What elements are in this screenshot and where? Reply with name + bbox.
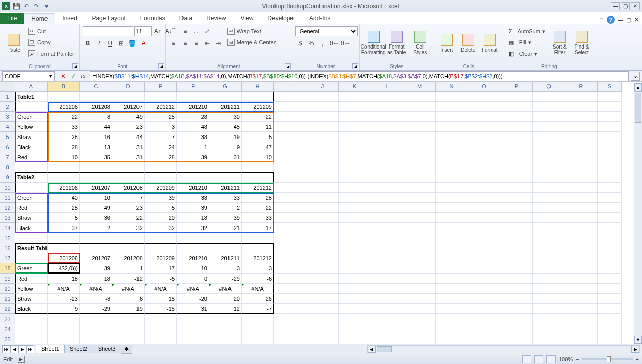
cell-R23[interactable] <box>565 314 598 324</box>
cell-B10[interactable]: 201206 <box>48 183 80 193</box>
font-launcher[interactable]: ◢ <box>158 63 164 69</box>
cell-F3[interactable]: 28 <box>177 112 209 122</box>
cell-P24[interactable] <box>500 324 533 334</box>
cell-D13[interactable]: 22 <box>112 213 145 223</box>
cell-B21[interactable]: -23 <box>48 294 80 304</box>
cell-J15[interactable] <box>306 233 339 243</box>
cell-D12[interactable]: 23 <box>112 203 145 213</box>
cell-H11[interactable]: 28 <box>242 193 274 203</box>
cell-M1[interactable] <box>403 92 436 102</box>
cell-S2[interactable] <box>598 102 622 112</box>
cell-S13[interactable] <box>598 213 622 223</box>
qat-customize-icon[interactable]: ▾ <box>42 2 51 10</box>
cell-A17[interactable] <box>15 253 48 263</box>
cell-O7[interactable] <box>468 152 500 162</box>
cell-C11[interactable]: 10 <box>80 193 112 203</box>
number-launcher[interactable]: ◢ <box>352 63 358 69</box>
cell-D6[interactable]: 31 <box>112 142 145 152</box>
cell-H9[interactable] <box>242 172 274 183</box>
cell-D3[interactable]: 49 <box>112 112 145 122</box>
cell-N25[interactable] <box>436 334 468 344</box>
cell-F5[interactable]: 38 <box>177 132 209 142</box>
cell-S7[interactable] <box>598 152 622 162</box>
cell-G4[interactable]: 45 <box>209 122 242 132</box>
cell-C6[interactable]: 13 <box>80 142 112 152</box>
enter-formula-button[interactable]: ✓ <box>69 72 78 81</box>
insert-cells-button[interactable]: Insert <box>437 26 456 60</box>
merge-center-button[interactable]: ⊟Merge & Center <box>225 37 278 48</box>
cell-G14[interactable]: 21 <box>209 223 242 233</box>
cell-L1[interactable] <box>371 92 403 102</box>
cell-G1[interactable] <box>209 92 242 102</box>
cell-J17[interactable] <box>306 253 339 263</box>
cell-G16[interactable] <box>209 243 242 253</box>
cell-F6[interactable]: 1 <box>177 142 209 152</box>
cell-O22[interactable] <box>468 304 500 314</box>
comma-icon[interactable]: , <box>317 38 328 49</box>
cell-R12[interactable] <box>565 203 598 213</box>
scroll-right-button[interactable]: ▶ <box>631 346 639 353</box>
cell-B8[interactable] <box>48 162 80 172</box>
cell-H20[interactable]: #N/A <box>242 284 274 294</box>
cell-L13[interactable] <box>371 213 403 223</box>
col-header-B[interactable]: B <box>48 82 80 92</box>
cell-A13[interactable]: Straw <box>15 213 48 223</box>
cell-L5[interactable] <box>371 132 403 142</box>
cell-L10[interactable] <box>371 183 403 193</box>
cell-A21[interactable]: Straw <box>15 294 48 304</box>
cell-L25[interactable] <box>371 334 403 344</box>
cell-R6[interactable] <box>565 142 598 152</box>
cell-N11[interactable] <box>436 193 468 203</box>
col-header-O[interactable]: O <box>468 82 500 92</box>
cell-N21[interactable] <box>436 294 468 304</box>
cell-F12[interactable]: 39 <box>177 203 209 213</box>
cell-P12[interactable] <box>500 203 533 213</box>
cell-G17[interactable]: 201211 <box>209 253 242 263</box>
scroll-left-button[interactable]: ◀ <box>368 346 376 353</box>
cell-B24[interactable] <box>48 324 80 334</box>
cell-M9[interactable] <box>403 172 436 183</box>
cell-S11[interactable] <box>598 193 622 203</box>
cell-K6[interactable] <box>339 142 371 152</box>
cell-I20[interactable] <box>274 284 306 294</box>
cell-N12[interactable] <box>436 203 468 213</box>
cell-H14[interactable]: 17 <box>242 223 274 233</box>
cell-P21[interactable] <box>500 294 533 304</box>
cell-B6[interactable]: 28 <box>48 142 80 152</box>
cell-G18[interactable]: 3 <box>209 263 242 274</box>
cell-R21[interactable] <box>565 294 598 304</box>
cell-N17[interactable] <box>436 253 468 263</box>
cell-S23[interactable] <box>598 314 622 324</box>
cell-Q20[interactable] <box>533 284 565 294</box>
cell-R20[interactable] <box>565 284 598 294</box>
cell-A23[interactable] <box>15 314 48 324</box>
cell-H18[interactable]: 3 <box>242 263 274 274</box>
cell-D24[interactable] <box>112 324 145 334</box>
cell-A15[interactable] <box>15 233 48 243</box>
col-header-F[interactable]: F <box>177 82 209 92</box>
cell-M6[interactable] <box>403 142 436 152</box>
zoom-level[interactable]: 100% <box>559 356 573 362</box>
normal-view-button[interactable] <box>522 355 531 363</box>
cell-O8[interactable] <box>468 162 500 172</box>
cell-A7[interactable]: Red <box>15 152 48 162</box>
cell-J3[interactable] <box>306 112 339 122</box>
cell-G12[interactable]: 2 <box>209 203 242 213</box>
cell-N10[interactable] <box>436 183 468 193</box>
cell-N24[interactable] <box>436 324 468 334</box>
cell-J22[interactable] <box>306 304 339 314</box>
cell-O15[interactable] <box>468 233 500 243</box>
cell-Q12[interactable] <box>533 203 565 213</box>
cell-D5[interactable]: 44 <box>112 132 145 142</box>
cell-C3[interactable]: 8 <box>80 112 112 122</box>
cell-O4[interactable] <box>468 122 500 132</box>
cell-P22[interactable] <box>500 304 533 314</box>
cell-E22[interactable]: -15 <box>145 304 177 314</box>
clipboard-launcher[interactable]: ◢ <box>72 63 78 69</box>
cell-H4[interactable]: 11 <box>242 122 274 132</box>
cell-C15[interactable] <box>80 233 112 243</box>
cell-D9[interactable] <box>112 172 145 183</box>
cell-Q13[interactable] <box>533 213 565 223</box>
cell-H15[interactable] <box>242 233 274 243</box>
font-color-button[interactable]: A <box>139 38 149 49</box>
